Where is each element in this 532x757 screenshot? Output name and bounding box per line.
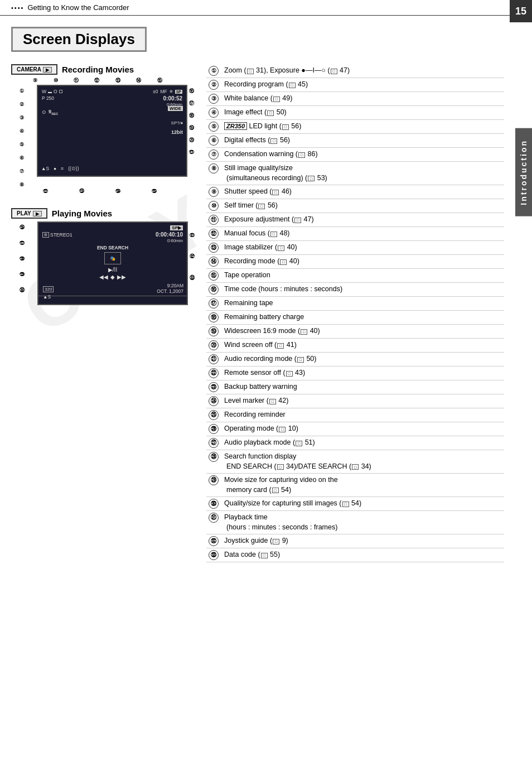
desc-row-13: ⑬ Image stabilizer (□ 40) — [206, 241, 504, 255]
desc-row-24: ㉔ Level marker (□ 42) — [206, 394, 504, 408]
ann-12: ⑫ — [94, 78, 99, 84]
introduction-tab: Introduction — [515, 128, 532, 216]
desc-row-3: ③ White balance (□ 49) — [206, 92, 504, 106]
desc-row-32: ㉜ Joystick guide (□ 9) — [206, 534, 504, 548]
desc-row-12: ⑫ Manual focus (□ 48) — [206, 227, 504, 241]
ann-7: ⑦ — [20, 168, 24, 174]
desc-row-18: ⑱ Remaining battery charge — [206, 311, 504, 325]
desc-row-22: ㉒ Remote sensor off (□ 43) — [206, 367, 504, 380]
ann-2: ② — [20, 102, 24, 107]
desc-row-11: ⑪ Exposure adjustment (□ 47) — [206, 213, 504, 227]
ann-14: ⑭ — [136, 78, 141, 84]
section-title: Screen Displays — [11, 27, 147, 52]
recording-screen: W▬O ±0 MF⊕ SP — [37, 85, 187, 177]
ann-27: ㉗ — [20, 240, 25, 246]
desc-row-10: ⑩ Self timer (□ 56) — [206, 199, 504, 213]
desc-row-30: ㉚ Quality/size for capturing still image… — [206, 497, 504, 511]
ann-23: ㉓ — [79, 189, 84, 194]
ann-26: ㉖ — [20, 225, 25, 230]
ann-29: ㉙ — [20, 272, 25, 277]
desc-row-28: ㉘ Search function displayEND SEARCH (□ 3… — [206, 450, 504, 474]
desc-row-2: ② Recording program (□ 45) — [206, 78, 504, 92]
ann-19: ⑲ — [189, 125, 194, 132]
desc-row-31: ㉛ Playback time(hours : minutes : second… — [206, 511, 504, 534]
ann-1: ① — [20, 88, 24, 94]
desc-row-26: ㉖ Operating mode (□ 10) — [206, 422, 504, 436]
playing-movies-title: Playing Movies — [52, 209, 112, 218]
desc-row-5: ⑤ ZR350 LED light (□ 56) — [206, 120, 504, 134]
camera-mode-badge: CAMERA ▶ — [11, 64, 57, 75]
ann-28: ㉘ — [20, 256, 25, 262]
playing-screen: SP▶ ⊞ STEREO1 0:00:40:10 — [37, 221, 188, 305]
desc-row-29: ㉙ Movie size for capturing video on them… — [206, 474, 504, 497]
ann-20: ⑳ — [189, 137, 194, 144]
ann-4: ④ — [20, 128, 24, 134]
ann-10: ⑩ — [54, 78, 58, 84]
ann-22: ㉒ — [43, 189, 48, 194]
desc-row-4: ④ Image effect (□ 50) — [206, 106, 504, 120]
desc-row-1: ① Zoom (□ 31), Exposure ●—I—○ (□ 47) — [206, 64, 504, 78]
desc-row-14: ⑭ Recording mode (□ 40) — [206, 255, 504, 269]
ann-5: ⑤ — [20, 142, 24, 147]
desc-row-27: ㉗ Audio playback mode (□ 51) — [206, 436, 504, 450]
desc-row-16: ⑯ Time code (hours : minutes : seconds) — [206, 283, 504, 297]
desc-row-23: ㉓ Backup battery warning — [206, 380, 504, 394]
ann-3: ③ — [20, 115, 24, 120]
ann-11: ⑪ — [74, 78, 79, 84]
ann-17: ⑰ — [189, 100, 194, 107]
ann-15: ⑮ — [157, 78, 162, 84]
desc-row-19: ⑲ Widescreen 16:9 mode (□ 40) — [206, 325, 504, 339]
desc-row-25: ㉕ Recording reminder — [206, 408, 504, 422]
desc-row-7: ⑦ Condensation warning (□ 86) — [206, 148, 504, 162]
ann-24: ㉔ — [115, 189, 120, 194]
ann-6: ⑥ — [20, 155, 24, 161]
ann-18: ⑱ — [189, 113, 194, 119]
ann-32: ㉜ — [190, 254, 195, 259]
desc-row-17: ⑰ Remaining tape — [206, 297, 504, 311]
page-number-box: 15 — [510, 0, 532, 22]
ann-8: ⑧ — [20, 182, 24, 187]
desc-row-20: ⑳ Wind screen off (□ 41) — [206, 339, 504, 353]
ann-16: ⑯ — [189, 88, 194, 95]
ann-9: ⑨ — [33, 78, 37, 84]
recording-movies-title: Recording Movies — [62, 65, 134, 74]
play-mode-badge: PLAY ▶ — [11, 208, 47, 219]
desc-row-6: ⑥ Digital effects (□ 56) — [206, 134, 504, 148]
header-title: Getting to Know the Camcorder — [27, 3, 129, 12]
desc-row-15: ⑮ Tape operation — [206, 269, 504, 283]
ann-31: ㉛ — [190, 233, 195, 238]
ann-13: ⑬ — [115, 78, 120, 84]
desc-row-21: ㉑ Audio recording mode (□ 50) — [206, 353, 504, 367]
header-dots: •••• — [11, 4, 24, 11]
ann-33: ㉝ — [190, 275, 195, 281]
desc-row-33: ㉝ Data code (□ 55) — [206, 548, 504, 562]
ann-25: ㉕ — [152, 189, 157, 194]
ann-21: ㉑ — [189, 150, 194, 155]
descriptions-table: ① Zoom (□ 31), Exposure ●—I—○ (□ 47) ② R… — [206, 64, 504, 562]
ann-30: ㉚ — [20, 287, 25, 293]
desc-row-8: ⑧ Still image quality/size(simultaneous … — [206, 162, 504, 185]
desc-row-9: ⑨ Shutter speed (□ 46) — [206, 185, 504, 199]
